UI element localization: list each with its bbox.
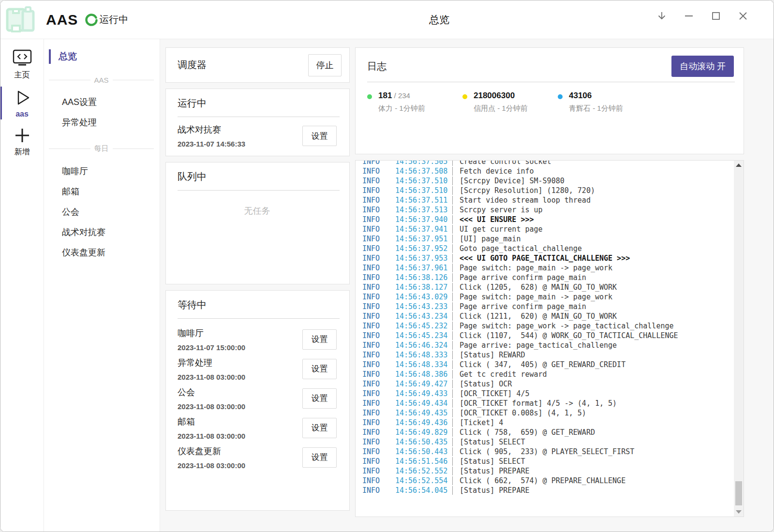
log-scrollbar[interactable] bbox=[734, 161, 744, 517]
task-name: 邮箱 bbox=[178, 416, 245, 428]
task-settings-button[interactable]: 设置 bbox=[302, 359, 337, 379]
log-message: Start video stream loop thread bbox=[460, 195, 591, 205]
log-level: INFO bbox=[356, 234, 395, 244]
log-level: INFO bbox=[356, 418, 395, 428]
sidebar-item[interactable]: 邮箱 bbox=[44, 181, 160, 202]
download-button[interactable] bbox=[656, 10, 668, 22]
stat-label: 青辉石 - 1分钟前 bbox=[569, 104, 623, 113]
rail-item-new[interactable]: 新增 bbox=[0, 124, 44, 159]
sidebar-item[interactable]: 公会 bbox=[44, 202, 160, 222]
rail-item-label: 新增 bbox=[15, 147, 30, 157]
log-time: 14:56:37.941 bbox=[395, 224, 452, 234]
log-time: 14:56:37.508 bbox=[395, 166, 452, 176]
log-time: 14:56:38.126 bbox=[395, 273, 452, 282]
log-line: INFO14:56:37.941UI get current page bbox=[356, 224, 744, 234]
log-separator bbox=[452, 351, 453, 359]
log-separator bbox=[452, 206, 453, 214]
log-level: INFO bbox=[356, 160, 395, 166]
sidebar-item[interactable]: 战术对抗赛 bbox=[44, 222, 160, 242]
log-separator bbox=[452, 160, 453, 166]
log-message: [Status] PREPARE bbox=[460, 486, 530, 495]
log-level: INFO bbox=[356, 437, 395, 447]
log-line: INFO14:56:48.334Click ( 347, 405) @ GET_… bbox=[356, 360, 744, 369]
task-info: 邮箱2023-11-08 03:00:00 bbox=[178, 416, 245, 440]
task-settings-button[interactable]: 设置 bbox=[302, 388, 337, 409]
sidebar-item[interactable]: 咖啡厅 bbox=[44, 161, 160, 181]
log-message: Page arrive confirm page_main bbox=[460, 302, 586, 311]
log-title: 日志 bbox=[367, 60, 387, 73]
log-message: Page arrive: page_tactical_challenge bbox=[460, 340, 617, 350]
divider-line bbox=[113, 80, 154, 80]
log-line: INFO14:56:52.552[Status] PREPARE bbox=[356, 466, 744, 476]
rail-item-home[interactable]: 主页 bbox=[0, 47, 44, 82]
task-settings-button[interactable]: 设置 bbox=[302, 126, 337, 146]
autoscroll-toggle-button[interactable]: 自动滚动 开 bbox=[671, 56, 734, 77]
sidebar-item-overview[interactable]: 总览 bbox=[49, 49, 160, 64]
log-time: 14:56:48.334 bbox=[395, 360, 452, 369]
stop-button[interactable]: 停止 bbox=[308, 54, 342, 76]
log-level: INFO bbox=[356, 282, 395, 292]
queue-card: 队列中 无任务 bbox=[165, 162, 350, 284]
log-level: INFO bbox=[356, 215, 395, 224]
log-separator bbox=[452, 312, 453, 321]
running-task-row: 战术对抗赛 2023-11-07 14:56:33 设置 bbox=[178, 117, 337, 148]
log-separator bbox=[452, 399, 453, 408]
rail-item-aas[interactable]: aas bbox=[0, 86, 44, 120]
log-time: 14:56:37.952 bbox=[395, 244, 452, 253]
log-time: 14:56:37.953 bbox=[395, 253, 452, 263]
scroll-up-arrow-icon[interactable] bbox=[736, 163, 742, 167]
log-time: 14:56:46.324 bbox=[395, 340, 452, 350]
task-time: 2023-11-07 15:00:00 bbox=[178, 343, 245, 352]
log-message: Get tc credit reward bbox=[460, 369, 547, 379]
scroll-down-arrow-icon[interactable] bbox=[736, 510, 742, 514]
task-settings-button[interactable]: 设置 bbox=[302, 447, 337, 468]
log-line: INFO14:56:45.232Page switch: page_work -… bbox=[356, 321, 744, 331]
app-window: AAS 运行中 总览 bbox=[0, 0, 774, 532]
running-spinner-icon bbox=[85, 13, 98, 27]
log-level: INFO bbox=[356, 369, 395, 379]
sidebar-item[interactable]: AAS设置 bbox=[44, 92, 160, 112]
log-time: 14:56:49.435 bbox=[395, 408, 452, 418]
log-separator bbox=[452, 302, 453, 311]
log-line: INFO14:56:43.233Page arrive confirm page… bbox=[356, 302, 744, 311]
close-button[interactable] bbox=[737, 10, 749, 22]
task-name: 公会 bbox=[178, 386, 245, 398]
log-separator bbox=[452, 476, 453, 485]
log-time: 14:56:45.232 bbox=[395, 321, 452, 331]
log-time: 14:56:37.940 bbox=[395, 215, 452, 224]
running-card: 运行中 战术对抗赛 2023-11-07 14:56:33 设置 bbox=[165, 89, 350, 156]
log-line: INFO14:56:37.510[Scrcpy Resolution] (128… bbox=[356, 186, 744, 195]
play-icon bbox=[13, 88, 32, 107]
log-line: INFO14:56:37.961Page switch: page_main -… bbox=[356, 263, 744, 273]
task-time: 2023-11-08 03:00:00 bbox=[178, 402, 245, 411]
log-level: INFO bbox=[356, 457, 395, 466]
task-info: 咖啡厅2023-11-07 15:00:00 bbox=[178, 327, 245, 352]
sidebar-section-divider: AAS bbox=[49, 76, 154, 84]
log-level: INFO bbox=[356, 476, 395, 486]
sidebar-item[interactable]: 仪表盘更新 bbox=[44, 242, 160, 263]
log-lines: INFO14:56:37.505Create control socketINF… bbox=[356, 160, 744, 495]
close-icon bbox=[737, 10, 749, 22]
log-output-panel[interactable]: INFO14:56:37.505Create control socketINF… bbox=[355, 160, 744, 517]
log-line: INFO14:56:38.127Click (1205, 628) @ MAIN… bbox=[356, 282, 744, 292]
task-settings-button[interactable]: 设置 bbox=[302, 418, 337, 438]
sidebar-item[interactable]: 异常处理 bbox=[44, 112, 160, 133]
log-separator bbox=[452, 360, 453, 369]
log-separator bbox=[452, 235, 453, 243]
task-settings-button[interactable]: 设置 bbox=[302, 329, 337, 350]
log-level: INFO bbox=[356, 350, 395, 360]
log-separator bbox=[452, 380, 453, 388]
plus-icon bbox=[13, 126, 31, 145]
minimize-button[interactable] bbox=[683, 10, 695, 22]
log-message: [Status] SELECT bbox=[460, 457, 525, 466]
log-level: INFO bbox=[356, 166, 395, 176]
maximize-button[interactable] bbox=[710, 10, 722, 22]
log-level: INFO bbox=[356, 273, 395, 282]
task-name: 异常处理 bbox=[178, 357, 245, 369]
log-separator bbox=[452, 167, 453, 176]
log-time: 14:56:49.433 bbox=[395, 389, 452, 399]
log-separator bbox=[452, 438, 453, 446]
log-line: INFO14:56:43.029Page switch: page_main -… bbox=[356, 292, 744, 302]
scrollbar-thumb[interactable] bbox=[735, 481, 742, 505]
log-line: INFO14:56:48.333[Status] REWARD bbox=[356, 350, 744, 360]
